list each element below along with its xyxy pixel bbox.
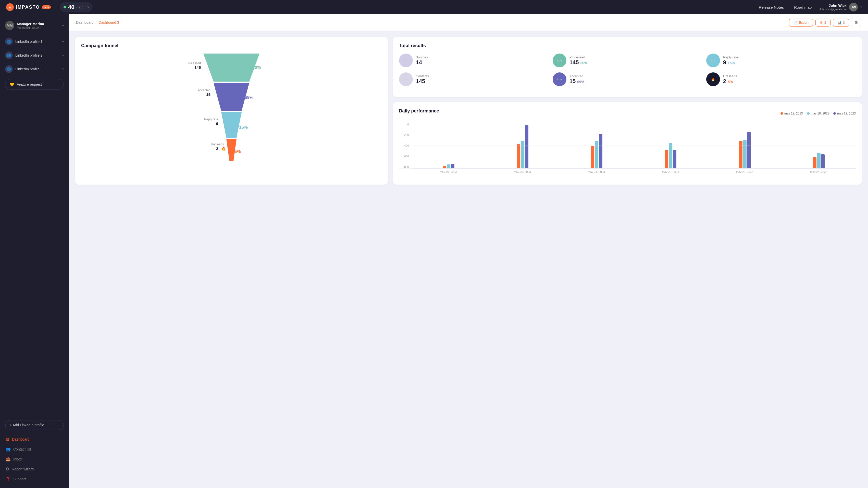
legend-label-2: may 19, 2023 — [837, 112, 856, 115]
contact-list-label: Contact list — [13, 447, 31, 451]
linkedin-2-label: LinkedIn profile 2 — [15, 53, 60, 57]
export-icon: 📄 — [793, 21, 797, 25]
feature-request-button[interactable]: 🤝 Feature request — [5, 79, 64, 90]
svg-text:15: 15 — [206, 92, 211, 97]
breadcrumb-separator: / — [96, 21, 97, 25]
sidebar-item-linkedin-1[interactable]: 🌐 LinkedIn profile 1 ▾ — [0, 35, 69, 48]
result-value-3: 145 — [416, 78, 429, 85]
x-label: may 19, 2023 — [411, 170, 485, 173]
result-item-contacts: icon Contacts 145 — [399, 72, 549, 86]
result-pct-4: 69% — [577, 80, 584, 84]
bar-5-2 — [821, 154, 825, 168]
user-email: Johnwick@gmail.com — [819, 8, 846, 11]
chart-icon: 📊 — [837, 21, 841, 25]
logo-area: ▲ IMPASTO beta — [6, 3, 51, 11]
result-item-reply-rate: icon Reply rate 9 15% — [706, 54, 856, 67]
sidebar-item-dashboard[interactable]: ▦ Dashboard — [3, 434, 66, 444]
more-options-button[interactable]: ⊞ — [852, 18, 861, 27]
svg-text:🔥: 🔥 — [221, 147, 226, 151]
result-value-1: 145 30% — [569, 59, 588, 66]
bar-2-2 — [599, 134, 602, 168]
support-label: Support — [13, 477, 26, 481]
result-label-0: Sources — [416, 55, 428, 59]
x-axis-labels: may 19, 2023may 20, 2023may 21, 2023may … — [399, 170, 856, 173]
roadmap-link[interactable]: Road map — [792, 4, 814, 11]
svg-text:9: 9 — [216, 121, 218, 126]
main-content: Dashboard / Dashboard 3 📄 Export ⚙ 3 📊 3 — [69, 14, 868, 488]
score-arrow-icon[interactable]: › — [88, 5, 89, 9]
legend-item-1: may 19, 2023 — [807, 112, 830, 115]
avatar: JW — [849, 3, 858, 11]
gridline — [411, 123, 856, 123]
chart-button[interactable]: 📊 3 — [833, 19, 849, 27]
breadcrumb-parent[interactable]: Dashboard — [76, 21, 94, 25]
daily-performance-card: Daily performance may 19, 2023 may 19, 2… — [393, 102, 862, 185]
bar-4-1 — [743, 140, 747, 168]
sidebar-item-inbox[interactable]: 📥 Inbox — [3, 454, 66, 464]
support-icon: ❓ — [6, 477, 11, 481]
result-value-2: 9 15% — [723, 59, 738, 66]
y-label: 800 — [399, 165, 410, 168]
linkedin-1-chevron-icon: ▾ — [62, 40, 64, 43]
result-pct-2: 15% — [728, 61, 735, 65]
svg-text:69%: 69% — [245, 95, 253, 100]
legend-dot-1 — [807, 112, 810, 115]
sidebar-user-avatar: MM — [5, 21, 14, 30]
bar-chart-area: 8006004002000may 19, 2023may 20, 2023may… — [399, 123, 856, 174]
funnel-chart: Processed 145 Accepted 15 Reply rate 9 H… — [81, 54, 382, 176]
sidebar-item-support[interactable]: ❓ Support — [3, 474, 66, 484]
result-info-0: Sources 14 — [416, 55, 428, 66]
sidebar-item-linkedin-2[interactable]: 🌐 LinkedIn profile 2 ▾ — [0, 48, 69, 62]
svg-marker-0 — [203, 54, 259, 82]
result-pct-1: 30% — [580, 61, 587, 65]
result-value-0: 14 — [416, 59, 428, 66]
result-circle-0: icon — [399, 54, 413, 67]
svg-marker-2 — [221, 112, 242, 138]
bar-3-2 — [673, 150, 676, 168]
toolbar: 📄 Export ⚙ 3 📊 3 ⊞ — [789, 18, 861, 27]
result-label-3: Contacts — [416, 74, 429, 78]
release-notes-link[interactable]: Release Notes — [756, 4, 786, 11]
score-pill[interactable]: 40 / 235 › — [60, 2, 92, 12]
feature-request-label: Feature request — [17, 83, 42, 87]
bar-group-4 — [708, 132, 782, 168]
linkedin-2-icon: 🌐 — [5, 52, 13, 59]
bar-0-2 — [451, 164, 455, 168]
result-value-5: 2 5% — [723, 78, 737, 85]
chevron-down-icon: ▾ — [860, 5, 862, 9]
sidebar-item-contact-list[interactable]: 👥 Contact list — [3, 444, 66, 454]
add-linkedin-profile-button[interactable]: + Add LinkedIn profile — [5, 420, 64, 430]
export-button[interactable]: 📄 Export — [789, 19, 813, 27]
result-item-hot-leads: 🔥 Hot leads 2 5% — [706, 72, 856, 86]
report-wizard-icon: ⚙ — [6, 466, 9, 471]
result-item-processed: icon Processed 145 30% — [553, 54, 702, 67]
filter-button[interactable]: ⚙ 3 — [815, 19, 831, 27]
bar-group-5 — [782, 153, 856, 168]
sidebar-item-report-wizard[interactable]: ⚙ Report wizard — [3, 464, 66, 474]
result-label-4: Accepted — [569, 74, 585, 78]
legend-label-0: may 19, 2023 — [784, 112, 803, 115]
user-name: John Wick — [819, 4, 846, 8]
bar-group-3 — [633, 143, 708, 168]
bar-4-2 — [747, 132, 751, 168]
x-label: may 21, 2023 — [559, 170, 633, 173]
sidebar-user[interactable]: MM Manager Marina Marina@gmail.com ▾ — [0, 19, 69, 35]
result-label-5: Hot leads — [723, 74, 737, 78]
sidebar-item-linkedin-3[interactable]: 🌐 LinkedIn profile 3 ▾ — [0, 62, 69, 76]
result-info-2: Reply rate 9 15% — [723, 55, 738, 66]
result-info-4: Accepted 15 69% — [569, 74, 585, 85]
x-label: may 24, 2023 — [782, 170, 856, 173]
bar-5-0 — [813, 157, 816, 168]
chart-legend: may 19, 2023 may 19, 2023 may 19, 2023 — [780, 112, 856, 115]
bar-5-1 — [817, 153, 820, 168]
campaign-funnel-title: Campaign funnel — [81, 43, 382, 48]
linkedin-2-chevron-icon: ▾ — [62, 54, 64, 57]
inbox-icon: 📥 — [6, 457, 11, 461]
y-label: 400 — [399, 144, 410, 147]
legend-dot-2 — [833, 112, 836, 115]
linkedin-1-icon: 🌐 — [5, 38, 13, 45]
user-area[interactable]: John Wick Johnwick@gmail.com JW ▾ — [819, 3, 862, 11]
x-label: may 23, 2023 — [708, 170, 781, 173]
dashboard-grid: Campaign funnel Processed 145 — [69, 31, 868, 191]
result-circle-2: icon — [706, 54, 720, 67]
